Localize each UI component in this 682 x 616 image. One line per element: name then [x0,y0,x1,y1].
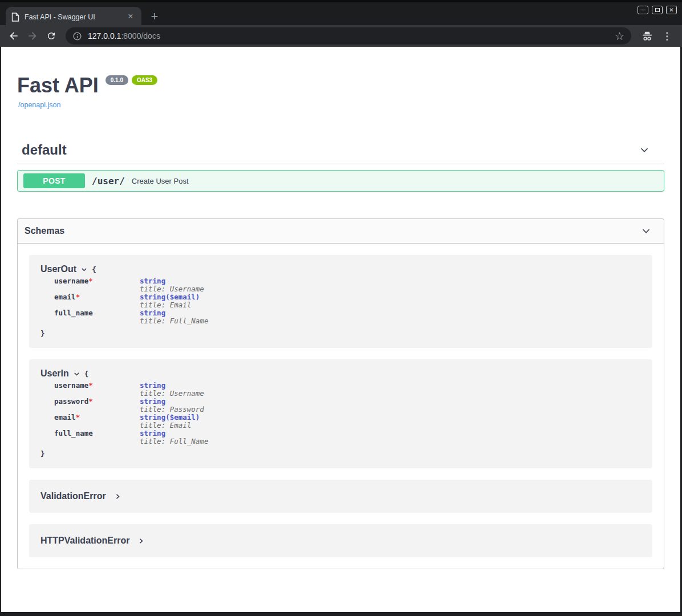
property-value: stringtitle: Username [140,277,204,293]
model-name[interactable]: UserOut [40,264,76,274]
property-row: email*string($email)title: Email [54,293,641,309]
browser-tab[interactable]: Fast API - Swagger UI × [6,7,141,27]
chevron-down-icon[interactable] [640,225,652,237]
chevron-right-icon[interactable] [115,493,121,500]
openapi-spec-link[interactable]: /openapi.json [18,101,60,109]
incognito-icon [641,31,653,42]
required-star: * [76,413,80,422]
required-star: * [88,397,93,406]
back-button[interactable] [5,27,22,44]
property-type: string [140,382,204,390]
property-title: title: Password [140,406,204,414]
browser-menu-icon[interactable]: ⋮ [662,31,672,41]
titlebar: Fast API - Swagger UI × + ✕ [0,0,682,25]
model-title-row: UserIn{ [40,368,641,379]
swagger-page: Fast API 0.1.0 OAS3 /openapi.json defaul… [1,47,680,612]
close-brace: } [40,449,641,458]
operation-summary: Create User Post [132,177,189,185]
property-row: email*string($email)title: Email [54,414,641,429]
property-title: title: Full_Name [140,437,208,445]
property-value: string($email)title: Email [140,293,200,309]
oas3-badge: OAS3 [132,75,157,85]
property-type: string [140,277,204,285]
property-type: string($email) [140,293,200,301]
property-name: username* [54,382,140,398]
required-star: * [88,277,93,285]
required-star: * [76,293,80,301]
bookmark-star-icon[interactable]: ☆ [615,31,624,42]
chevron-down-icon[interactable] [80,266,88,273]
method-badge[interactable]: POST [23,173,85,188]
property-type: string [140,429,208,437]
property-type: string [140,398,204,406]
tab-close-icon[interactable]: × [125,12,136,22]
property-title: title: Email [140,422,200,429]
maximize-button[interactable] [652,6,663,14]
api-title: Fast API [17,74,99,97]
property-name: email* [54,293,140,309]
property-value: stringtitle: Password [140,398,204,414]
property-row: full_namestringtitle: Full_Name [54,309,641,325]
property-value: stringtitle: Full_Name [140,309,208,325]
minimize-button[interactable] [638,6,648,14]
schemas-section: Schemas UserOut{username*stringtitle: Us… [17,218,664,569]
url-host: 127.0.0.1 [88,31,121,40]
property-value: string($email)title: Email [140,414,200,429]
property-title: title: Username [140,390,204,398]
window-controls: ✕ [638,6,677,14]
property-type: string [140,309,208,317]
model-name[interactable]: HTTPValidationError [40,536,129,546]
property-title: title: Email [140,301,200,309]
default-section-title: default [22,142,67,158]
property-title: title: Username [140,285,204,293]
version-badge: 0.1.0 [105,75,128,85]
url-text: 127.0.0.1:8000/docs [88,31,160,40]
browser-window: Fast API - Swagger UI × + ✕ 127.0.0.1:80 [0,0,682,616]
model-HTTPValidationError: HTTPValidationError [29,524,652,557]
window-close-button[interactable]: ✕ [666,6,677,14]
property-row: password*stringtitle: Password [54,398,641,414]
property-row: username*stringtitle: Username [54,382,641,398]
property-row: username*stringtitle: Username [54,277,641,293]
required-star: * [88,381,93,390]
schemas-body: UserOut{username*stringtitle: Usernameem… [18,244,664,569]
chevron-down-icon[interactable] [638,144,651,156]
reload-button[interactable] [43,27,60,44]
open-brace: { [84,370,89,378]
model-name[interactable]: UserIn [40,368,69,379]
property-name: password* [54,398,140,414]
forward-button[interactable] [24,27,41,44]
property-name: username* [54,277,140,293]
default-section: default POST /user/ Create User Post [17,142,664,192]
property-name: full_name [54,429,140,445]
site-info-icon[interactable] [72,31,82,41]
chevron-down-icon[interactable] [73,370,80,378]
model-UserIn: UserIn{username*stringtitle: Usernamepas… [29,359,652,468]
api-info: Fast API 0.1.0 OAS3 /openapi.json [17,74,664,110]
property-value: stringtitle: Username [140,382,204,398]
schemas-title: Schemas [25,226,64,236]
open-brace: { [92,265,96,274]
model-properties: username*stringtitle: Usernamepassword*s… [40,379,641,445]
default-section-header[interactable]: default [17,142,664,164]
model-UserOut: UserOut{username*stringtitle: Usernameem… [29,255,652,348]
schemas-header[interactable]: Schemas [18,219,664,244]
tab-title: Fast API - Swagger UI [25,13,120,21]
browser-toolbar: 127.0.0.1:8000/docs ☆ ⋮ [0,25,682,47]
property-value: stringtitle: Full_Name [140,429,208,445]
model-properties: username*stringtitle: Usernameemail*stri… [40,274,641,325]
model-title-row: UserOut{ [40,264,641,274]
url-path: :8000/docs [121,31,160,40]
chevron-right-icon[interactable] [138,537,144,545]
property-title: title: Full_Name [140,317,208,325]
model-name[interactable]: ValidationError [40,491,106,501]
operation-path: /user/ [92,176,125,187]
close-brace: } [40,329,641,338]
property-name: full_name [54,309,140,325]
url-bar[interactable]: 127.0.0.1:8000/docs ☆ [66,27,631,44]
opblock-post-user[interactable]: POST /user/ Create User Post [17,170,664,192]
model-ValidationError: ValidationError [29,480,652,513]
new-tab-button[interactable]: + [147,10,162,25]
property-name: email* [54,414,140,429]
page-favicon-icon [11,13,19,22]
